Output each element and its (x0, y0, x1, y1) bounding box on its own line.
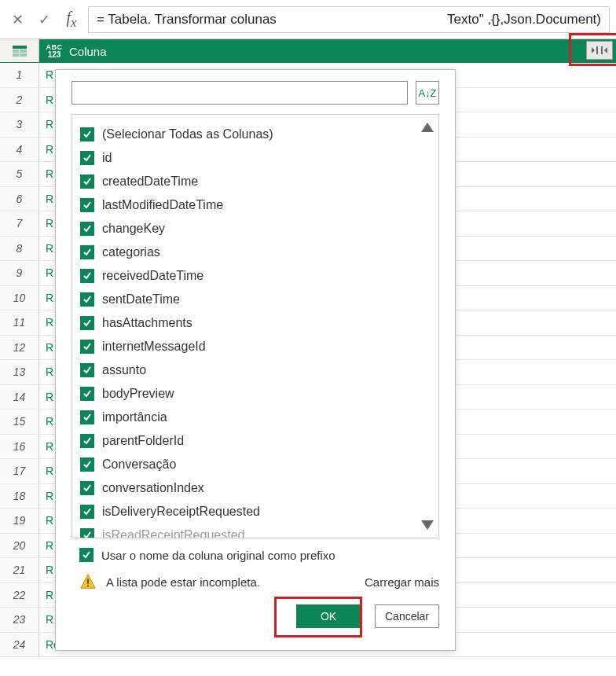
row-number[interactable]: 14 (0, 385, 39, 410)
fx-icon[interactable]: fx (60, 9, 83, 31)
checkbox[interactable] (80, 363, 94, 377)
row-number[interactable]: 2 (0, 88, 39, 112)
svg-rect-6 (601, 46, 603, 54)
scroll-up-icon[interactable] (420, 119, 435, 135)
checkbox[interactable] (80, 340, 94, 354)
row-number[interactable]: 16 (0, 435, 39, 459)
checkbox[interactable] (80, 457, 94, 472)
row-number[interactable]: 15 (0, 410, 39, 434)
prefix-checkbox[interactable] (79, 548, 94, 562)
column-checkbox-item[interactable]: isReadReceiptRequested (80, 524, 431, 538)
column-checkbox-item[interactable]: lastModifiedDateTime (80, 193, 431, 217)
formula-input[interactable]: = Tabela. Transformar colunas Texto" ,{}… (88, 6, 610, 33)
scrollbar[interactable] (418, 119, 437, 533)
column-checkbox-label: bodyPreview (102, 387, 174, 401)
column-checkbox-item[interactable]: isDeliveryReceiptRequested (80, 500, 431, 524)
row-number[interactable]: 18 (0, 484, 39, 509)
checkbox[interactable] (80, 505, 94, 519)
column-list: (Selecionar Todas as Colunas)idcreatedDa… (72, 114, 439, 538)
row-number[interactable]: 5 (0, 162, 39, 186)
expand-icon (592, 45, 607, 56)
column-name: Coluna (69, 45, 107, 58)
ok-button[interactable]: OK (296, 604, 361, 628)
row-number[interactable]: 12 (0, 336, 39, 360)
select-all-corner[interactable] (0, 39, 39, 63)
prefix-label: Usar o nome da coluna original como pref… (101, 549, 336, 562)
row-number[interactable]: 4 (0, 138, 39, 162)
checkbox[interactable] (80, 151, 94, 165)
column-checkbox-item[interactable]: receivedDateTime (80, 264, 431, 288)
checkbox[interactable] (80, 269, 94, 283)
load-more-link[interactable]: Carregar mais (365, 575, 439, 589)
sort-button[interactable]: A↓Z (416, 81, 439, 105)
svg-rect-3 (13, 53, 19, 57)
column-checkbox-item[interactable]: changeKey (80, 217, 431, 241)
accept-formula-icon[interactable]: ✓ (33, 9, 55, 31)
column-checkbox-item[interactable]: internetMessageId (80, 335, 431, 358)
svg-rect-5 (596, 46, 598, 54)
scroll-down-icon[interactable] (420, 517, 435, 533)
column-checkbox-item[interactable]: categorias (80, 241, 431, 264)
checkbox[interactable] (80, 528, 94, 538)
column-checkbox-item[interactable]: bodyPreview (80, 382, 431, 406)
checkbox[interactable] (80, 175, 94, 189)
svg-rect-0 (13, 46, 27, 49)
checkbox[interactable] (80, 198, 94, 212)
row-number[interactable]: 17 (0, 459, 39, 483)
checkbox[interactable] (80, 245, 94, 259)
column-checkbox-item[interactable]: Conversação (80, 453, 431, 476)
checkbox[interactable] (80, 316, 94, 330)
column-checkbox-item[interactable]: assunto (80, 358, 431, 382)
row-number[interactable]: 6 (0, 187, 39, 211)
column-checkbox-item[interactable]: (Selecionar Todas as Colunas) (80, 123, 431, 146)
row-number[interactable]: 22 (0, 583, 39, 608)
column-checkbox-label: isReadReceiptRequested (102, 528, 244, 538)
column-checkbox-item[interactable]: hasAttachments (80, 311, 431, 335)
column-checkbox-label: assunto (102, 363, 146, 377)
grid-header: ABC 123 Coluna (0, 39, 616, 63)
column-checkbox-item[interactable]: id (80, 146, 431, 170)
checkbox[interactable] (80, 434, 94, 448)
column-type-icon[interactable]: ABC 123 (44, 41, 64, 61)
table-icon (13, 46, 27, 57)
checkbox[interactable] (80, 127, 94, 141)
row-number[interactable]: 7 (0, 211, 39, 236)
row-number[interactable]: 3 (0, 112, 39, 137)
column-checkbox-label: (Selecionar Todas as Colunas) (102, 127, 273, 141)
expand-column-dropdown: A↓Z (Selecionar Todas as Colunas)idcreat… (55, 69, 456, 651)
row-number[interactable]: 9 (0, 261, 39, 285)
row-number[interactable]: 11 (0, 310, 39, 335)
row-number[interactable]: 20 (0, 534, 39, 558)
expand-column-button[interactable] (586, 41, 613, 60)
row-number[interactable]: 23 (0, 608, 39, 632)
prefix-option[interactable]: Usar o nome da coluna original como pref… (56, 538, 455, 565)
column-checkbox-label: receivedDateTime (102, 269, 204, 283)
row-number[interactable]: 8 (0, 237, 39, 261)
column-checkbox-label: Conversação (102, 457, 176, 472)
row-number[interactable]: 13 (0, 360, 39, 384)
checkbox[interactable] (80, 292, 94, 307)
row-number[interactable]: 1 (0, 63, 39, 87)
column-checkbox-label: sentDateTime (102, 292, 180, 307)
column-checkbox-item[interactable]: parentFolderId (80, 429, 431, 453)
row-number[interactable]: 24 (0, 633, 39, 657)
row-number[interactable]: 10 (0, 286, 39, 310)
column-checkbox-item[interactable]: sentDateTime (80, 288, 431, 311)
checkbox[interactable] (80, 387, 94, 401)
column-search-input[interactable] (72, 81, 408, 105)
checkbox[interactable] (80, 410, 94, 424)
column-checkbox-item[interactable]: conversationIndex (80, 476, 431, 500)
column-checkbox-item[interactable]: createdDateTime (80, 170, 431, 193)
column-checkbox-label: categorias (102, 245, 160, 259)
column-checkbox-item[interactable]: importância (80, 406, 431, 429)
checkbox[interactable] (80, 481, 94, 495)
column-checkbox-label: parentFolderId (102, 434, 184, 448)
cancel-formula-icon[interactable]: ✕ (6, 9, 28, 31)
cancel-button[interactable]: Cancelar (375, 604, 439, 628)
svg-rect-8 (87, 586, 89, 587)
column-header[interactable]: ABC 123 Coluna (39, 39, 616, 63)
column-checkbox-label: internetMessageId (102, 340, 206, 354)
checkbox[interactable] (80, 222, 94, 236)
row-number[interactable]: 19 (0, 509, 39, 533)
row-number[interactable]: 21 (0, 558, 39, 582)
